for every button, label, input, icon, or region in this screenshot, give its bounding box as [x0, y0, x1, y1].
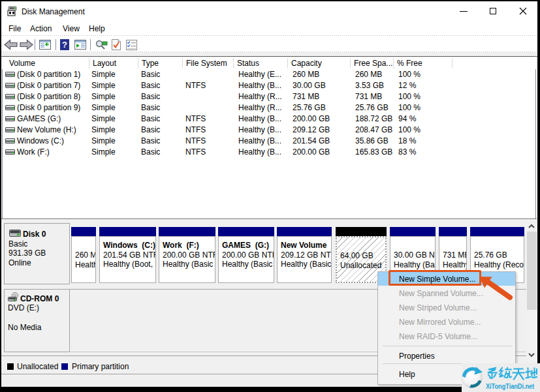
svg-text:?: ? — [62, 40, 67, 50]
